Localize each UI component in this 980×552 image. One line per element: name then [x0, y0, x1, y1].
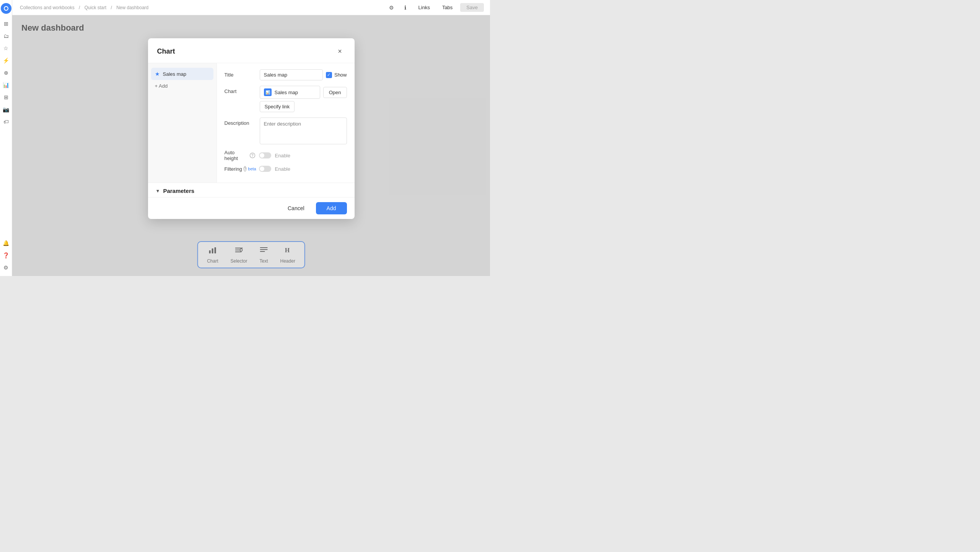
parameters-title[interactable]: ▼ Parameters [156, 188, 347, 194]
filtering-help-icon[interactable]: ? [244, 166, 247, 171]
filtering-enable-text: Enable [275, 166, 290, 172]
auto-height-label: Auto height [225, 150, 249, 161]
auto-height-help-icon[interactable]: ? [250, 153, 255, 158]
sidebar-icon-table[interactable]: ⊞ [1, 92, 11, 103]
auto-height-toggle[interactable] [259, 152, 271, 158]
sidebar-icon-link[interactable]: ⊕ [1, 67, 11, 78]
description-controls [260, 118, 347, 144]
breadcrumb-quickstart[interactable]: Quick start [85, 5, 106, 10]
sidebar-icon-help[interactable]: ❓ [1, 250, 11, 261]
star-icon: ★ [155, 71, 160, 77]
list-item-label: Sales map [163, 71, 186, 77]
topbar: Collections and workbooks / Quick start … [12, 0, 490, 15]
description-row: Description [225, 118, 347, 144]
breadcrumb-sep2: / [111, 5, 112, 10]
chart-row: Chart 📊 Sales map Open [225, 86, 347, 112]
auto-height-label-col: Auto height ? [225, 150, 255, 161]
specify-link-button[interactable]: Specify link [260, 101, 295, 112]
title-label: Title [225, 69, 255, 78]
modal-body: ★ Sales map + Add Title [148, 63, 355, 183]
chart-input-row: 📊 Sales map Open [260, 86, 347, 99]
sidebar-icon-star[interactable]: ☆ [1, 43, 11, 54]
sidebar-icon-lightning[interactable]: ⚡ [1, 55, 11, 66]
modal-form: Title Show [217, 63, 355, 183]
modal-overlay: Chart × ★ Sales map + Add [12, 15, 490, 276]
add-item-button[interactable]: + Add [151, 80, 213, 92]
modal-left-panel: ★ Sales map + Add [148, 63, 217, 183]
sidebar-icon-camera[interactable]: 📷 [1, 104, 11, 115]
filtering-label-col: Filtering ? beta [225, 166, 255, 172]
filtering-label: Filtering [225, 166, 242, 172]
show-label: Show [334, 72, 347, 78]
auto-height-row: Auto height ? Enable [225, 150, 347, 161]
links-button[interactable]: Links [414, 3, 435, 12]
sidebar-icon-chart[interactable]: 📊 [1, 80, 11, 90]
modal-footer: Cancel Add [148, 197, 355, 219]
sidebar-icon-folder[interactable]: 🗂 [1, 31, 11, 41]
modal-title: Chart [157, 47, 175, 56]
breadcrumb: Collections and workbooks / Quick start … [18, 5, 383, 10]
breadcrumb-collections[interactable]: Collections and workbooks [20, 5, 75, 10]
topbar-actions: ⚙ ℹ Links Tabs Save [386, 2, 484, 13]
add-item-label: + Add [155, 83, 168, 89]
title-input[interactable] [260, 69, 323, 80]
chart-modal: Chart × ★ Sales map + Add [148, 38, 355, 219]
chart-value-text: Sales map [275, 90, 298, 95]
settings-icon-btn[interactable]: ⚙ [386, 2, 397, 13]
title-controls: Show [260, 69, 347, 80]
page-content: New dashboard Chart × ★ Sales map [12, 15, 490, 276]
modal-header: Chart × [148, 38, 355, 63]
beta-badge: beta [248, 167, 256, 171]
chart-input[interactable]: 📊 Sales map [260, 86, 320, 99]
sidebar-icon-grid[interactable]: ⊞ [1, 18, 11, 29]
info-icon-btn[interactable]: ℹ [400, 2, 411, 13]
filtering-row: Filtering ? beta Enable [225, 166, 347, 172]
list-item-sales-map[interactable]: ★ Sales map [151, 68, 213, 80]
title-row: Title Show [225, 69, 347, 80]
sidebar: ⊞ 🗂 ☆ ⚡ ⊕ 📊 ⊞ 📷 🏷 🔔 ❓ ⚙ [0, 0, 12, 276]
auto-height-enable-text: Enable [275, 153, 290, 158]
sidebar-icon-tag[interactable]: 🏷 [1, 116, 11, 127]
open-button[interactable]: Open [323, 87, 347, 98]
chart-controls: 📊 Sales map Open Specify link [260, 86, 347, 112]
save-button[interactable]: Save [460, 3, 484, 12]
chart-label: Chart [225, 86, 255, 94]
app-logo[interactable] [1, 3, 11, 14]
show-checkbox[interactable] [326, 72, 332, 78]
sidebar-icon-bell[interactable]: 🔔 [1, 238, 11, 248]
description-input[interactable] [260, 118, 347, 144]
description-label: Description [225, 118, 255, 126]
breadcrumb-newdashboard: New dashboard [116, 5, 148, 10]
breadcrumb-sep1: / [79, 5, 80, 10]
filtering-toggle[interactable] [259, 166, 271, 172]
chart-bar-icon: 📊 [264, 88, 272, 96]
sidebar-icon-settings[interactable]: ⚙ [1, 262, 11, 273]
chevron-down-icon: ▼ [156, 188, 160, 194]
parameters-label: Parameters [163, 188, 194, 194]
close-button[interactable]: × [335, 46, 345, 57]
add-button[interactable]: Add [316, 202, 347, 214]
cancel-button[interactable]: Cancel [280, 202, 312, 214]
main-area: Collections and workbooks / Quick start … [12, 0, 490, 276]
parameters-section: ▼ Parameters [148, 183, 355, 197]
show-checkbox-container: Show [326, 72, 347, 78]
tabs-button[interactable]: Tabs [438, 3, 457, 12]
